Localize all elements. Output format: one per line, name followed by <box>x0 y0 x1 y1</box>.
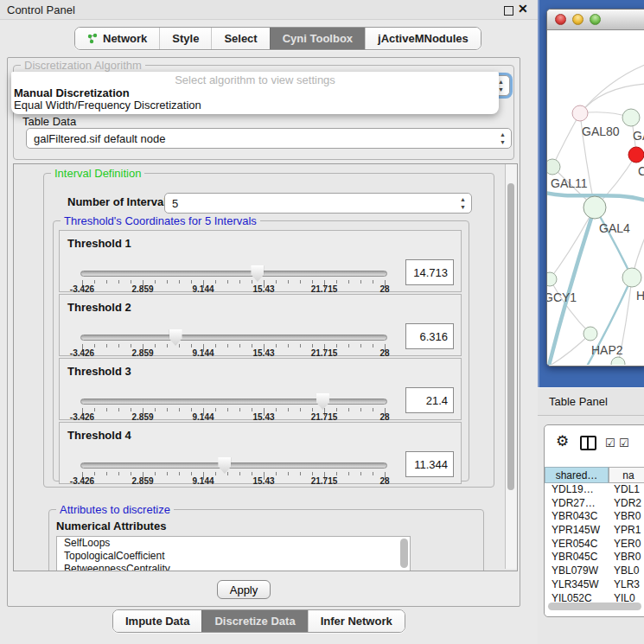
slider-track[interactable] <box>80 335 387 341</box>
network-node[interactable] <box>572 105 588 121</box>
slider-track[interactable] <box>80 271 387 277</box>
top-tab-style[interactable]: Style <box>159 28 211 49</box>
list-scrollbar[interactable] <box>400 539 408 568</box>
tick-label: -3.426 <box>70 412 94 422</box>
network-canvas[interactable]: GAL80GAGAL11CGAL4GCY1HHAP2 <box>547 30 644 365</box>
top-tab-cyni-toolbox[interactable]: Cyni Toolbox <box>270 28 365 49</box>
minimize-traffic-light-icon[interactable] <box>572 14 583 25</box>
numerical-attributes-list[interactable]: SelfLoopsTopologicalCoefficientBetweenne… <box>56 536 411 571</box>
table-row[interactable]: YDR27…YDR2 <box>545 497 644 511</box>
close-traffic-light-icon[interactable] <box>555 14 566 25</box>
network-node[interactable] <box>611 357 625 365</box>
table-cell: YBR045C <box>545 551 609 564</box>
slider-thumb[interactable] <box>316 393 329 410</box>
slider-track[interactable] <box>80 462 387 469</box>
interval-definition-title: Interval Definition <box>51 167 144 180</box>
tick-label: 2.859 <box>131 284 153 294</box>
network-node[interactable] <box>547 159 560 175</box>
tick-mark <box>300 344 301 348</box>
network-node[interactable] <box>547 272 557 286</box>
top-tab-network[interactable]: Network <box>75 28 159 49</box>
dropdown-option[interactable]: Manual Discretization <box>11 87 499 99</box>
threshold-label: Threshold 1 <box>67 237 131 250</box>
settings-vertical-scrollbar[interactable] <box>505 164 517 569</box>
checkbox-checked-icon[interactable]: ☑ <box>619 437 629 450</box>
table-data-combobox[interactable]: galFiltered.sif default node ▲▼ <box>26 128 512 149</box>
tick-mark <box>118 408 119 411</box>
list-item[interactable]: BetweennessCentrality <box>57 563 410 571</box>
slider-thumb[interactable] <box>169 329 182 346</box>
number-of-intervals-combobox[interactable]: 5 ▲▼ <box>164 193 472 214</box>
threshold-value-field[interactable]: 21.4 <box>405 387 454 413</box>
slider-thumb[interactable] <box>218 457 231 474</box>
threshold-value-field[interactable]: 6.316 <box>405 323 454 349</box>
top-tab-label: Style <box>172 32 199 45</box>
scrollbar-thumb[interactable] <box>507 183 514 490</box>
threshold-value-field[interactable]: 11.344 <box>405 451 454 477</box>
number-of-intervals-label: Number of Intervals <box>67 195 173 208</box>
bottom-tab-infer-network[interactable]: Infer Network <box>308 610 405 632</box>
threshold-value-field[interactable]: 14.713 <box>405 259 454 285</box>
network-node[interactable] <box>628 147 644 163</box>
table-row[interactable]: YLR345WYLR3 <box>545 578 644 592</box>
table-panel-bar: Table Panel <box>538 387 644 416</box>
table-horizontal-scrollbar[interactable] <box>548 603 641 610</box>
bottom-tab-discretize-data[interactable]: Discretize Data <box>201 610 307 632</box>
dropdown-option[interactable]: Equal Width/Frequency Discretization <box>11 99 499 112</box>
list-item[interactable]: SelfLoops <box>57 537 410 550</box>
network-node[interactable] <box>583 196 606 219</box>
tick-mark <box>215 472 216 475</box>
network-edge[interactable] <box>580 65 644 113</box>
network-edge[interactable] <box>550 207 595 279</box>
combobox-spinner-icon[interactable]: ▲▼ <box>460 195 466 211</box>
tick-label: -3.426 <box>70 476 94 486</box>
table-cell: YER0 <box>609 538 644 552</box>
table-column-header[interactable]: na <box>609 467 644 483</box>
tick-mark <box>360 344 361 348</box>
split-columns-icon[interactable] <box>580 436 596 450</box>
tick-mark <box>288 344 289 348</box>
network-node[interactable] <box>622 109 640 126</box>
gear-icon[interactable]: ⚙ <box>556 432 569 450</box>
network-node[interactable] <box>583 327 597 341</box>
network-node[interactable] <box>622 268 641 287</box>
tick-mark <box>227 280 228 284</box>
slider-thumb[interactable] <box>251 265 264 282</box>
tick-label: 28 <box>379 476 389 486</box>
network-edge[interactable] <box>595 207 632 277</box>
table-row[interactable]: YER054CYER0 <box>545 538 644 552</box>
network-node-label: GA <box>633 129 644 143</box>
network-edge[interactable] <box>552 113 580 167</box>
apply-button[interactable]: Apply <box>217 580 271 599</box>
checkbox-checked-icon[interactable]: ☑ <box>605 437 615 450</box>
tick-mark <box>167 408 168 411</box>
combobox-spinner-icon[interactable]: ▲▼ <box>498 78 504 93</box>
tick-mark <box>312 280 313 284</box>
tick-mark <box>239 408 240 411</box>
tick-label: 21.715 <box>311 476 338 486</box>
float-window-icon[interactable] <box>504 6 513 16</box>
table-row[interactable]: YBR045CYBR0 <box>545 551 644 564</box>
table-column-header[interactable]: shared… <box>545 467 609 483</box>
close-icon[interactable]: ✕ <box>518 2 528 16</box>
list-item[interactable]: TopologicalCoefficient <box>57 550 410 563</box>
tick-mark <box>155 280 156 284</box>
top-tab-select[interactable]: Select <box>211 28 269 49</box>
table-row[interactable]: YBL079WYBL0 <box>545 564 644 578</box>
table-row[interactable]: YPR145WYPR1 <box>545 524 644 538</box>
table-cell: YBR0 <box>609 510 644 524</box>
bottom-tab-impute-data[interactable]: Impute Data <box>113 610 201 632</box>
bottom-tab-label: Impute Data <box>125 615 189 628</box>
tick-mark <box>373 344 373 348</box>
tick-label: 9.144 <box>192 284 214 294</box>
top-tab-jactivemnodules[interactable]: jActiveMNodules <box>365 28 481 49</box>
table-row[interactable]: YBR043CYBR0 <box>545 510 644 524</box>
tick-mark <box>300 280 301 284</box>
slider-track[interactable] <box>80 399 387 405</box>
network-edge[interactable] <box>580 84 644 113</box>
combobox-spinner-icon[interactable]: ▲▼ <box>500 131 506 146</box>
table-data-value: galFiltered.sif default node <box>34 132 165 145</box>
tick-mark <box>155 472 156 475</box>
table-row[interactable]: YDL19…YDL1 <box>545 483 644 497</box>
zoom-traffic-light-icon[interactable] <box>590 14 601 25</box>
